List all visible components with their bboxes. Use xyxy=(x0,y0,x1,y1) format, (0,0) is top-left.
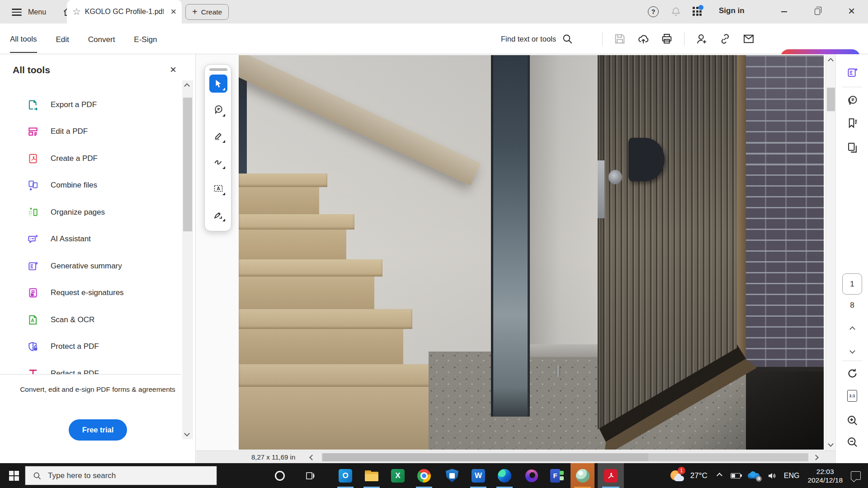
vscroll-thumb[interactable] xyxy=(827,88,835,111)
start-button[interactable] xyxy=(4,463,24,488)
print-icon[interactable] xyxy=(660,33,673,45)
temperature-label[interactable]: 27°C xyxy=(690,471,708,480)
previous-page-button[interactable] xyxy=(846,323,859,335)
scroll-down-icon[interactable] xyxy=(184,431,190,436)
tool-edit-pdf[interactable]: Edit a PDF xyxy=(0,118,181,145)
panel-close-icon[interactable]: × xyxy=(170,63,176,76)
tab-all-tools[interactable]: All tools xyxy=(10,25,37,53)
minimize-button[interactable] xyxy=(781,11,787,12)
create-button[interactable]: Create xyxy=(185,4,229,20)
word-icon: W xyxy=(472,469,485,483)
taskbar-edge-button[interactable] xyxy=(494,463,515,488)
select-tool-button[interactable] xyxy=(209,75,227,93)
menu-button[interactable]: Menu xyxy=(12,7,46,18)
page-number-input[interactable]: 1 xyxy=(842,273,862,295)
tray-expand-icon[interactable] xyxy=(717,473,722,479)
taskbar-word-button[interactable]: W xyxy=(467,463,489,488)
taskbar-explorer-button[interactable] xyxy=(361,463,382,488)
text-box-tool-button[interactable]: A xyxy=(209,179,227,197)
save-icon[interactable] xyxy=(613,33,626,45)
tool-redact-pdf[interactable]: Redact a PDF xyxy=(0,360,181,374)
cortana-button[interactable] xyxy=(269,463,291,488)
document-vscrollbar[interactable] xyxy=(826,54,835,450)
notifications-button[interactable] xyxy=(670,6,681,17)
find-text-button[interactable]: Find text or tools xyxy=(501,23,573,54)
toolbar-drag-handle[interactable] xyxy=(209,68,227,71)
help-button[interactable]: ? xyxy=(648,6,659,17)
restore-button[interactable] xyxy=(815,9,820,15)
pdf-page[interactable] xyxy=(239,55,824,450)
weather-icon[interactable]: 1 xyxy=(670,469,686,483)
tool-label: Protect a PDF xyxy=(51,342,99,351)
comments-panel-button[interactable] xyxy=(846,94,859,107)
page-thumbnails-button[interactable] xyxy=(846,141,859,154)
hscroll-left-icon[interactable] xyxy=(309,455,315,460)
favorite-star-icon[interactable] xyxy=(72,6,81,17)
sign-in-button[interactable]: Sign in xyxy=(719,6,745,15)
hscroll-thumb[interactable] xyxy=(323,453,648,461)
taskbar-security-button[interactable] xyxy=(441,463,463,488)
onedrive-icon[interactable] xyxy=(748,471,760,480)
zoom-out-button[interactable] xyxy=(846,436,859,448)
generative-summary-panel-button[interactable] xyxy=(846,66,859,79)
tab-convert[interactable]: Convert xyxy=(88,26,115,52)
hamburger-icon xyxy=(12,7,22,18)
action-center-icon[interactable] xyxy=(851,471,861,480)
task-view-button[interactable] xyxy=(299,463,321,488)
free-trial-button[interactable]: Free trial xyxy=(69,419,127,441)
document-area: A 8,27 x 11,69 in xyxy=(196,54,826,463)
taskbar-excel-button[interactable]: X xyxy=(387,463,409,488)
taskbar-acrobat-button[interactable] xyxy=(598,463,624,488)
vscroll-up-icon[interactable] xyxy=(828,58,834,64)
windows-logo-icon xyxy=(9,471,19,481)
clock[interactable]: 22:03 2024/12/18 xyxy=(807,467,843,484)
apps-grid-button[interactable] xyxy=(693,7,702,16)
taskbar-chrome-button[interactable] xyxy=(413,463,435,488)
battery-icon[interactable] xyxy=(731,473,741,479)
scroll-up-icon[interactable] xyxy=(184,83,190,89)
tab-esign[interactable]: E-Sign xyxy=(134,26,157,52)
tab-edit[interactable]: Edit xyxy=(56,26,69,52)
draw-tool-button[interactable] xyxy=(209,153,227,171)
request-signatures-icon[interactable] xyxy=(695,33,708,45)
acrobat-window: Menu KGOLO GC Profile-1.pdf Create ? Sig… xyxy=(0,0,868,488)
tool-create-pdf[interactable]: Create a PDF xyxy=(0,145,181,172)
tool-ai-assistant[interactable]: AI Assistant xyxy=(0,226,181,253)
close-button[interactable] xyxy=(848,6,855,17)
comment-tool-button[interactable] xyxy=(209,101,227,119)
rotate-refresh-button[interactable] xyxy=(846,367,859,380)
search-placeholder: Type here to search xyxy=(48,471,116,480)
tool-protect-pdf[interactable]: Protect a PDF xyxy=(0,333,181,361)
highlighter-icon xyxy=(213,131,224,141)
fit-one-to-one-button[interactable]: 1:1 xyxy=(846,389,859,402)
tool-generative-summary[interactable]: Generative summary xyxy=(0,253,181,280)
taskbar-globe-button[interactable] xyxy=(571,463,594,488)
taskbar-forms-button[interactable]: F xyxy=(546,463,568,488)
volume-icon[interactable] xyxy=(767,470,778,481)
share-upload-icon[interactable] xyxy=(637,33,650,45)
document-tab[interactable]: KGOLO GC Profile-1.pdf xyxy=(67,0,182,23)
tool-combine-files[interactable]: Combine files xyxy=(0,172,181,199)
bookmarks-panel-button[interactable] xyxy=(846,117,859,129)
next-page-button[interactable] xyxy=(846,344,859,357)
tool-organize-pages[interactable]: Organize pages xyxy=(0,199,181,226)
sidebar-divider xyxy=(0,374,181,375)
tool-scan-ocr[interactable]: A Scan & OCR xyxy=(0,306,181,333)
taskbar-office-button[interactable] xyxy=(521,463,542,488)
tab-close-icon[interactable] xyxy=(170,7,176,17)
email-icon[interactable] xyxy=(742,33,755,45)
tool-request-esignatures[interactable]: Request e-signatures xyxy=(0,280,181,307)
taskbar-outlook-button[interactable]: O xyxy=(335,463,356,488)
hscroll-track[interactable] xyxy=(322,453,808,461)
sidebar-scroll-thumb[interactable] xyxy=(183,98,192,231)
taskbar-search-input[interactable]: Type here to search xyxy=(25,466,217,485)
vscroll-down-icon[interactable] xyxy=(828,441,834,447)
highlight-tool-button[interactable] xyxy=(209,127,227,145)
language-label[interactable]: ENG xyxy=(784,472,800,480)
tool-export-pdf[interactable]: Export a PDF xyxy=(0,91,181,118)
zoom-in-button[interactable] xyxy=(846,414,859,427)
link-icon[interactable] xyxy=(719,33,731,45)
sidebar-scrollbar[interactable] xyxy=(182,80,193,439)
sign-tool-button[interactable] xyxy=(209,206,227,224)
hscroll-right-icon[interactable] xyxy=(813,455,819,460)
